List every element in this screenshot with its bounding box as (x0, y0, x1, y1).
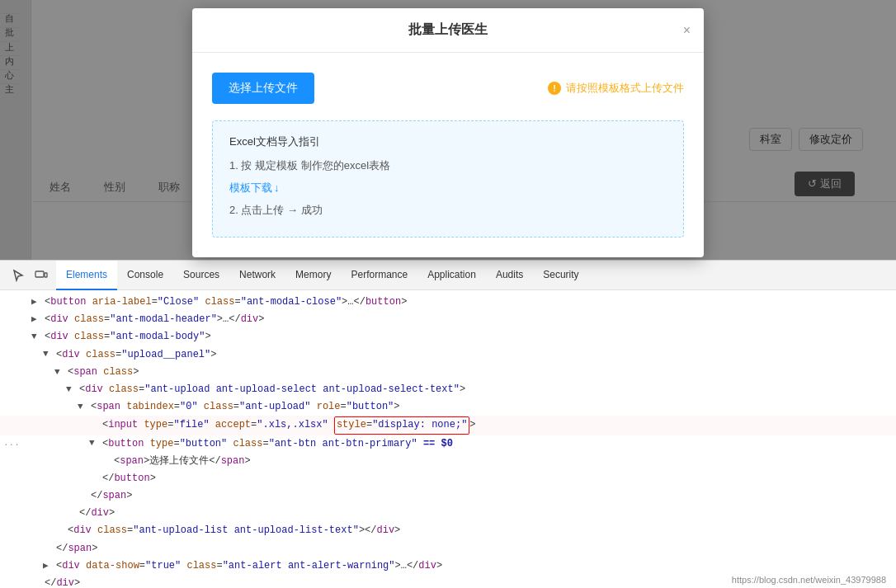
expand-arrow-1[interactable]: ▶ (31, 295, 43, 310)
warning-text: 请按照模板格式上传文件 (566, 81, 684, 96)
template-download-link[interactable]: 模板下载 ↓ (229, 180, 280, 197)
code-line-9: ... ▼ <button type="button" class="ant-b… (0, 435, 896, 453)
guide-box: Excel文档导入指引 1. 按 规定模板 制作您的excel表格 模板下载 ↓… (212, 120, 684, 238)
code-line-3: ▼ <div class="ant-modal-body" > (0, 328, 896, 346)
guide-link-line: 模板下载 ↓ (229, 180, 667, 197)
code-line-16: ▶ <div data-show="true" class="ant-alert… (0, 557, 896, 575)
warning-tip: ! 请按照模板格式上传文件 (548, 81, 684, 96)
tab-security[interactable]: Security (533, 261, 588, 290)
tab-performance[interactable]: Performance (341, 261, 417, 290)
expand-arrow-3[interactable]: ▼ (31, 330, 43, 345)
code-line-12: ▼ </span> (0, 487, 896, 505)
upload-area: 选择上传文件 ! 请按照模板格式上传文件 (212, 73, 684, 104)
code-line-14: ▼ <div class="ant-upload-list ant-upload… (0, 522, 896, 539)
expand-arrow-6[interactable]: ▼ (66, 383, 78, 397)
guide-step2: 2. 点击上传 → 成功 (229, 202, 667, 219)
guide-title: Excel文档导入指引 (229, 134, 667, 149)
code-line-10: ▼ <span>选择上传文件</span> (0, 453, 896, 470)
link-arrow: ↓ (274, 180, 280, 197)
tab-sources[interactable]: Sources (173, 261, 229, 290)
link-text: 模板下载 (229, 180, 272, 197)
tab-memory[interactable]: Memory (285, 261, 341, 290)
modal-title: 批量上传医生 (408, 21, 488, 39)
devtools-toolbar: Elements Console Sources Network Memory … (0, 261, 896, 290)
modal-dialog: 批量上传医生 × 选择上传文件 ! 请按照模板格式上传文件 Excel文档导入指… (192, 8, 704, 257)
device-toolbar-button[interactable] (30, 264, 53, 287)
select-file-button[interactable]: 选择上传文件 (212, 73, 314, 104)
code-line-2: ▶ <div class="ant-modal-header" >…</div> (0, 311, 896, 328)
modal-body: 选择上传文件 ! 请按照模板格式上传文件 Excel文档导入指引 1. 按 规定… (192, 53, 704, 257)
code-line-15: ▼ </span> (0, 540, 896, 557)
code-line-6: ▼ <div class="ant-upload ant-upload-sele… (0, 381, 896, 398)
warning-icon: ! (548, 82, 561, 95)
expand-arrow-5[interactable]: ▼ (54, 365, 66, 380)
expand-arrow-9[interactable]: ▼ (89, 436, 101, 451)
tab-audits[interactable]: Audits (486, 261, 533, 290)
expand-arrow-2[interactable]: ▶ (31, 313, 43, 327)
code-line-7: ▼ <span tabindex="0" class="ant-upload" … (0, 398, 896, 416)
guide-step1: 1. 按 规定模板 制作您的excel表格 (229, 158, 667, 175)
svg-rect-1 (45, 273, 47, 277)
three-dots: ... (3, 436, 20, 451)
tab-network[interactable]: Network (229, 261, 285, 290)
code-line-13: ▼ </div> (0, 505, 896, 522)
code-line-5: ▼ <span class > (0, 364, 896, 381)
modal-header: 批量上传医生 × (192, 8, 704, 53)
expand-arrow-7[interactable]: ▼ (78, 400, 89, 415)
svg-rect-0 (35, 271, 44, 277)
tab-elements[interactable]: Elements (56, 261, 117, 290)
code-line-1: ▶ <button aria-label="Close" class="ant-… (0, 294, 896, 311)
code-line-11: ▼ </button> (0, 470, 896, 487)
expand-arrow-16[interactable]: ▶ (43, 559, 54, 574)
tab-application[interactable]: Application (417, 261, 486, 290)
devtools-panel: Elements Console Sources Network Memory … (0, 260, 896, 588)
code-area[interactable]: ▶ <button aria-label="Close" class="ant-… (0, 290, 896, 588)
inspect-element-button[interactable] (7, 264, 30, 287)
devtools-tabs: Elements Console Sources Network Memory … (56, 261, 589, 290)
expand-arrow-4[interactable]: ▼ (43, 347, 54, 362)
modal-close-button[interactable]: × (683, 24, 691, 37)
code-line-4: ▼ <div class="upload__panel" > (0, 346, 896, 364)
bottom-url: https://blog.csdn.net/weixin_43979988 (732, 575, 886, 585)
code-line-8: ▼ <input type="file" accept=".xls,.xlsx"… (0, 416, 896, 435)
tab-console[interactable]: Console (117, 261, 173, 290)
